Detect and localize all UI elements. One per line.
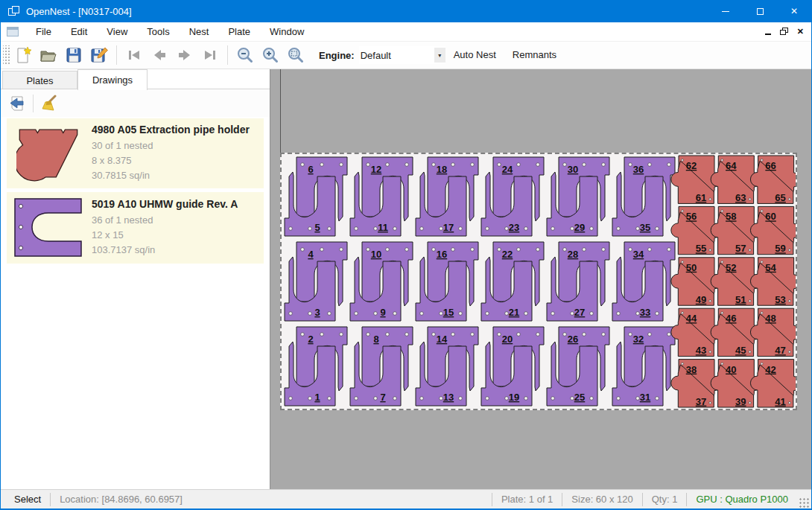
drill-hole	[471, 163, 475, 167]
purple-pair-cell: 3029	[547, 157, 609, 236]
drill-hole	[420, 312, 424, 316]
engine-combobox[interactable]: Default ▾	[359, 46, 445, 64]
part-number: 3	[314, 307, 320, 318]
purple-pair-cell: 65	[285, 157, 347, 236]
part-number: 53	[775, 294, 785, 305]
go-last-button[interactable]	[197, 44, 223, 66]
drill-hole	[709, 198, 711, 200]
save-as-button[interactable]	[86, 44, 112, 66]
tab-drawings[interactable]: Drawings	[77, 69, 148, 90]
drill-hole	[761, 363, 763, 365]
drill-hole	[721, 210, 723, 212]
drill-hole	[289, 397, 293, 401]
red-pair-cell: 5453	[750, 258, 796, 305]
drawings-toolbar	[1, 89, 270, 117]
drill-hole	[788, 198, 790, 200]
part-number: 32	[633, 334, 644, 345]
save-as-icon	[89, 45, 109, 65]
mdi-restore-icon[interactable]	[780, 28, 788, 36]
status-bar: Select Location: [84.8696, 60.6957] Plat…	[1, 489, 811, 509]
drill-hole	[308, 312, 312, 316]
drill-hole	[788, 402, 790, 404]
drawing-item[interactable]: 4980 A05 Extraction pipe holder 30 of 1 …	[7, 118, 264, 188]
part-number: 26	[568, 334, 578, 345]
menu-plate[interactable]: Plate	[218, 22, 260, 42]
zoom-out-button[interactable]	[232, 44, 258, 66]
open-file-button[interactable]	[36, 44, 61, 66]
drawing-item[interactable]: 5019 A10 UHMW guide Rev. A 36 of 1 neste…	[7, 192, 264, 264]
menu-file[interactable]: File	[26, 22, 61, 42]
new-file-button[interactable]	[10, 44, 36, 66]
engine-dropdown-button[interactable]: ▾	[434, 48, 445, 63]
part-number: 9	[380, 307, 385, 318]
go-previous-button[interactable]	[147, 44, 172, 66]
part-number: 15	[443, 307, 454, 318]
return-drawing-button[interactable]	[5, 92, 29, 115]
mdi-minimize-icon[interactable]	[765, 34, 771, 35]
go-next-button[interactable]	[172, 44, 197, 66]
auto-nest-button[interactable]: Auto Nest	[445, 45, 504, 66]
red-pair-cell: 4241	[750, 360, 796, 407]
drill-hole	[328, 227, 332, 231]
zoom-fit-button[interactable]	[283, 44, 308, 66]
drill-hole	[459, 397, 463, 401]
red-pair-cell: 6059	[750, 206, 796, 254]
drill-hole	[440, 312, 443, 316]
menu-window[interactable]: Window	[260, 22, 314, 42]
part-number: 17	[443, 222, 454, 233]
nest-svg[interactable]: 6512111817242330293635431091615222128273…	[282, 154, 796, 409]
clear-drawings-button[interactable]	[37, 92, 61, 115]
mdi-document-icon[interactable]	[7, 27, 19, 36]
drill-hole	[505, 312, 509, 316]
part-number: 50	[686, 262, 697, 273]
drill-hole	[459, 312, 463, 316]
menu-edit[interactable]: Edit	[61, 22, 97, 42]
drawing-size: 12 x 15	[92, 228, 261, 243]
remnants-button[interactable]: Remnants	[504, 45, 565, 66]
status-mode: Select	[1, 494, 50, 505]
drill-hole	[432, 333, 436, 337]
part-number: 33	[640, 307, 650, 318]
purple-pair-cell: 87	[350, 327, 413, 406]
open-folder-icon	[39, 45, 58, 65]
part-number: 39	[735, 396, 746, 407]
drill-hole	[636, 312, 640, 316]
drawing-title: 4980 A05 Extraction pipe holder	[92, 124, 261, 136]
minimize-button[interactable]	[708, 0, 743, 22]
purple-pair-cell: 3635	[612, 157, 675, 236]
drill-hole	[486, 312, 489, 316]
menu-view[interactable]: View	[97, 22, 137, 42]
drill-hole	[583, 248, 586, 252]
resize-grip[interactable]	[799, 497, 809, 508]
drill-hole	[420, 227, 424, 231]
menu-tools[interactable]: Tools	[137, 22, 179, 42]
drill-hole	[709, 300, 711, 302]
drill-hole	[749, 351, 751, 353]
drill-hole	[486, 397, 489, 401]
part-number: 46	[726, 313, 736, 324]
save-button[interactable]	[61, 44, 86, 66]
nest-plate[interactable]: 6512111817242330293635431091615222128273…	[280, 153, 797, 410]
save-icon	[64, 45, 83, 65]
nest-canvas[interactable]: 6512111817242330293635431091615222128273…	[270, 69, 811, 489]
tab-plates[interactable]: Plates	[2, 71, 77, 89]
mdi-close-icon[interactable]: ✕	[797, 27, 804, 36]
drill-hole	[583, 163, 586, 167]
drill-hole	[571, 312, 574, 316]
close-button[interactable]: ✕	[777, 0, 811, 22]
drill-hole	[667, 333, 671, 337]
menu-nest[interactable]: Nest	[180, 22, 219, 42]
drill-hole	[648, 163, 652, 167]
part-number: 59	[775, 243, 785, 254]
drill-hole	[788, 300, 790, 302]
zoom-in-button[interactable]	[258, 44, 283, 66]
drill-hole	[749, 402, 751, 404]
purple-pair-cell: 2625	[547, 327, 609, 406]
go-first-button[interactable]	[121, 44, 147, 66]
toolbar-grip[interactable]	[3, 45, 10, 65]
drill-hole	[308, 397, 312, 401]
drill-hole	[602, 163, 606, 167]
part-number: 64	[726, 160, 737, 171]
maximize-button[interactable]	[743, 0, 777, 22]
drill-hole	[498, 163, 501, 167]
